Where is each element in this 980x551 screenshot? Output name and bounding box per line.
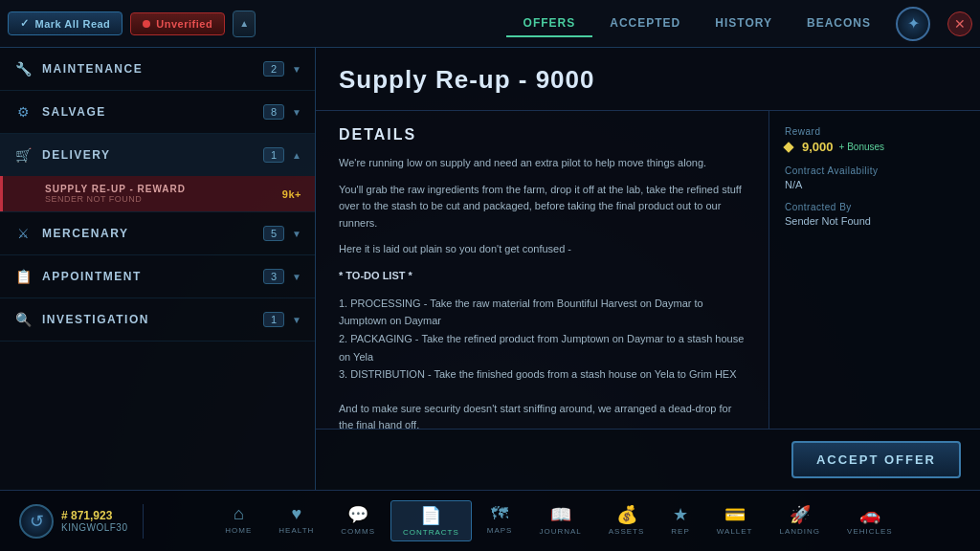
investigation-label: Investigation: [42, 313, 263, 326]
vehicles-icon: 🚗: [859, 504, 880, 525]
details-text: We're running low on supply and need an …: [339, 155, 746, 429]
appointment-count: 3: [263, 269, 284, 284]
nav-health[interactable]: ♥ Health: [267, 500, 325, 541]
delivery-count: 1: [263, 147, 284, 163]
unverified-label: Unverified: [156, 18, 212, 30]
home-label: Home: [225, 526, 252, 535]
comms-label: Comms: [341, 527, 375, 536]
bonus-tag: + Bonuses: [839, 142, 885, 152]
journal-icon: 📖: [550, 504, 571, 525]
nav-home[interactable]: ⌂ Home: [213, 500, 263, 541]
sidebar-section-header-investigation[interactable]: 🔍 Investigation 1 ▼: [0, 298, 315, 341]
sidebar-section-header-salvage[interactable]: ⚙ Salvage 8 ▼: [0, 91, 315, 133]
sidebar-section-header-appointment[interactable]: 📋 Appointment 3 ▼: [0, 255, 315, 298]
unverified-button[interactable]: Unverified: [130, 12, 225, 35]
player-name: KINGWOLF30: [61, 522, 127, 533]
sidebar-section-header-maintenance[interactable]: 🔧 Maintenance 2 ▼: [0, 48, 315, 90]
details-para-1: We're running low on supply and need an …: [339, 155, 746, 172]
appointment-arrow: ▼: [292, 272, 301, 282]
nav-rep[interactable]: ★ Rep: [659, 500, 701, 541]
accept-offer-button[interactable]: Accept Offer: [791, 441, 961, 478]
journal-label: Journal: [539, 527, 581, 536]
rep-label: Rep: [671, 527, 689, 536]
contracted-by-row: Contracted By Sender Not Found: [785, 202, 965, 227]
rep-icon: ★: [673, 504, 688, 525]
sidebar-section-investigation: 🔍 Investigation 1 ▼: [0, 298, 315, 342]
delivery-icon: 🛒: [13, 147, 33, 163]
todo-header: * TO-DO LIST *: [339, 268, 746, 285]
nav-items: ⌂ Home ♥ Health 💬 Comms 📄 Contracts 🗺 Ma…: [147, 500, 970, 541]
maintenance-arrow: ▼: [292, 64, 301, 75]
unverified-dot: [143, 20, 150, 28]
health-label: Health: [278, 526, 314, 535]
sidebar-section-maintenance: 🔧 Maintenance 2 ▼: [0, 48, 315, 91]
reward-row: Reward 9,000 + Bonuses: [785, 126, 965, 154]
accept-area: Accept Offer: [316, 429, 980, 490]
sidebar-section-salvage: ⚙ Salvage 8 ▼: [0, 91, 315, 134]
salvage-count: 8: [263, 104, 284, 120]
investigation-icon: 🔍: [13, 312, 33, 327]
maintenance-label: Maintenance: [42, 62, 263, 76]
supply-reup-value: 9k+: [282, 188, 301, 200]
vehicles-label: Vehicles: [847, 527, 893, 536]
appointment-label: Appointment: [42, 270, 263, 283]
nav-vehicles[interactable]: 🚗 Vehicles: [835, 500, 904, 541]
reward-diamond-icon: [783, 142, 793, 152]
tab-offers[interactable]: Offers: [506, 11, 593, 37]
sidebar-section-mercenary: ⚔ Mercenary 5 ▼: [0, 212, 315, 255]
tab-accepted[interactable]: Accepted: [592, 11, 698, 37]
sidebar-item-supply-reup[interactable]: Supply Re-Up - Reward Sender Not Found 9…: [0, 176, 315, 211]
corner-icon: ✦: [896, 7, 930, 41]
home-icon: ⌂: [234, 504, 244, 524]
sidebar-section-header-delivery[interactable]: 🛒 Delivery 1 ▲: [0, 134, 315, 176]
mercenary-icon: ⚔: [13, 226, 33, 241]
close-button[interactable]: ✕: [947, 11, 972, 36]
nav-maps[interactable]: 🗺 Maps: [476, 500, 524, 541]
todo-item-3: 3. DISTRIBUTION - Take the finished good…: [339, 365, 746, 384]
bottom-bar: ↺ # 871,923 KINGWOLF30 ⌂ Home ♥ Health 💬…: [0, 490, 980, 551]
details-para-2: You'll grab the raw ingredients from the…: [339, 182, 746, 232]
nav-contracts[interactable]: 📄 Contracts: [390, 500, 472, 541]
wallet-icon: 💳: [724, 504, 746, 525]
availability-label: Contract Availability: [785, 165, 965, 176]
maps-label: Maps: [487, 526, 513, 535]
tab-history[interactable]: History: [698, 11, 790, 37]
todo-item-1: 1. PROCESSING - Take the raw material fr…: [339, 295, 746, 330]
supply-reup-sublabel: Sender Not Found: [45, 194, 186, 204]
comms-icon: 💬: [347, 504, 368, 525]
nav-landing[interactable]: 🚀 Landing: [768, 500, 833, 541]
delivery-label: Delivery: [42, 148, 263, 162]
tab-navigation: Offers Accepted History Beacons: [506, 11, 888, 37]
availability-row: Contract Availability N/A: [785, 165, 965, 190]
salvage-icon: ⚙: [13, 104, 33, 120]
top-bar: ✓ Mark All Read Unverified ▲ Offers Acce…: [0, 0, 980, 48]
wallet-label: Wallet: [717, 527, 753, 536]
delivery-arrow: ▲: [292, 150, 301, 161]
sidebar: 🔧 Maintenance 2 ▼ ⚙ Salvage 8 ▼ 🛒: [0, 48, 316, 490]
sidebar-section-header-mercenary[interactable]: ⚔ Mercenary 5 ▼: [0, 212, 315, 254]
sidebar-section-delivery: 🛒 Delivery 1 ▲ Supply Re-Up - Reward Sen…: [0, 134, 315, 212]
assets-icon: 💰: [616, 504, 637, 525]
contracted-by-label: Contracted By: [785, 202, 965, 212]
todo-item-2: 2. PACKAGING - Take the refined product …: [339, 330, 746, 365]
mark-all-read-button[interactable]: ✓ Mark All Read: [8, 11, 122, 35]
mark-all-read-label: Mark All Read: [35, 18, 111, 30]
availability-value: N/A: [785, 179, 965, 190]
details-panel: Details We're running low on supply and …: [316, 111, 769, 429]
main-container: ✓ Mark All Read Unverified ▲ Offers Acce…: [0, 0, 980, 551]
nav-journal[interactable]: 📖 Journal: [527, 500, 592, 541]
tab-beacons[interactable]: Beacons: [790, 11, 888, 37]
nav-assets[interactable]: 💰 Assets: [597, 500, 657, 541]
assets-label: Assets: [609, 527, 645, 536]
salvage-arrow: ▼: [292, 107, 301, 118]
nav-comms[interactable]: 💬 Comms: [329, 500, 387, 541]
player-avatar: ↺: [19, 504, 54, 539]
details-title: Details: [339, 126, 746, 143]
details-para-3: Here it is laid out plain so you don't g…: [339, 241, 746, 258]
mercenary-count: 5: [263, 226, 284, 241]
contracts-label: Contracts: [403, 528, 459, 537]
collapse-button[interactable]: ▲: [233, 11, 256, 37]
health-icon: ♥: [291, 504, 301, 524]
salvage-label: Salvage: [42, 105, 263, 119]
nav-wallet[interactable]: 💳 Wallet: [705, 500, 765, 541]
